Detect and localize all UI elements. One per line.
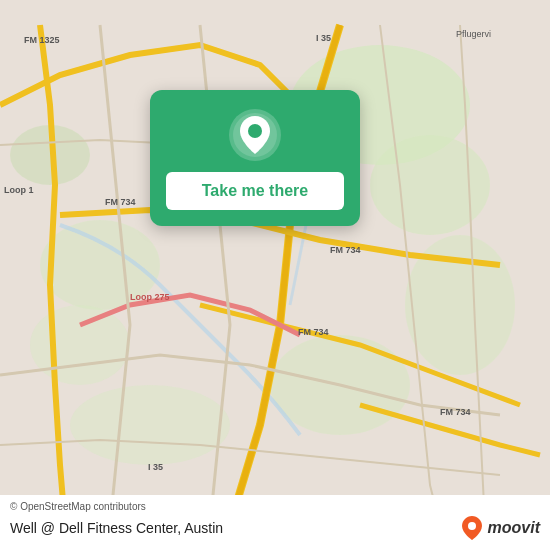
svg-text:Loop 275: Loop 275 <box>130 292 170 302</box>
svg-point-7 <box>70 385 230 465</box>
map-background: FM 1325 I 35 Pflugervi Loop 1 FM 734 FM … <box>0 0 550 550</box>
svg-text:Pflugervi: Pflugervi <box>456 29 491 39</box>
map-container: FM 1325 I 35 Pflugervi Loop 1 FM 734 FM … <box>0 0 550 550</box>
svg-text:FM 734: FM 734 <box>440 407 471 417</box>
svg-point-5 <box>30 305 130 385</box>
svg-text:Loop 1: Loop 1 <box>4 185 34 195</box>
svg-text:I 35: I 35 <box>316 33 331 43</box>
svg-text:FM 734: FM 734 <box>298 327 329 337</box>
moovit-brand-text: moovit <box>488 519 540 537</box>
svg-point-21 <box>248 124 262 138</box>
location-name: Well @ Dell Fitness Center, Austin <box>10 520 223 536</box>
svg-text:FM 734: FM 734 <box>105 197 136 207</box>
map-attribution: © OpenStreetMap contributors <box>10 501 540 512</box>
svg-point-2 <box>370 135 490 235</box>
take-me-there-button[interactable]: Take me there <box>166 172 344 210</box>
moovit-pin-icon <box>460 514 484 542</box>
svg-point-22 <box>468 522 476 530</box>
svg-text:I 35: I 35 <box>148 462 163 472</box>
svg-text:FM 1325: FM 1325 <box>24 35 60 45</box>
location-pin-icon <box>228 108 282 162</box>
bottom-bar: © OpenStreetMap contributors Well @ Dell… <box>0 495 550 550</box>
moovit-logo: moovit <box>460 514 540 542</box>
location-card: Take me there <box>150 90 360 226</box>
svg-text:FM 734: FM 734 <box>330 245 361 255</box>
